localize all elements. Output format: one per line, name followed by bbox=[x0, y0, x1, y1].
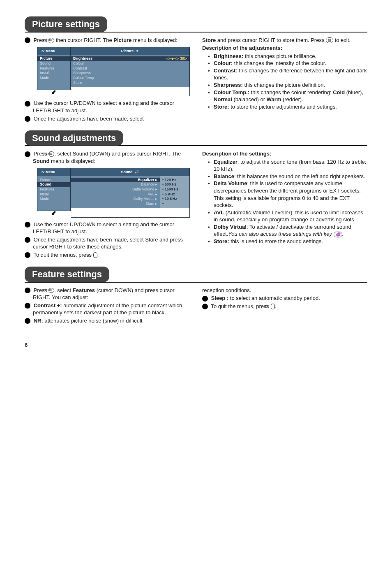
arrow-icon: ⬋ bbox=[51, 209, 71, 218]
text: Use the cursor UP/DOWN to select a setti… bbox=[33, 221, 174, 235]
arrow-icon: ⬋ bbox=[51, 88, 71, 97]
text: Store bbox=[202, 37, 216, 43]
desc-store: Store: this is used to store the sound s… bbox=[214, 238, 367, 245]
surround-key-icon: ♒ bbox=[334, 232, 342, 237]
section-heading-feature: Feature settings bbox=[25, 267, 109, 282]
diag-item: Sound bbox=[37, 182, 70, 187]
text: NR: bbox=[34, 318, 43, 324]
diag-item: Store ▸ bbox=[73, 202, 157, 207]
picture-step1: 1 Press MENU then cursor RIGHT. The Pict… bbox=[25, 37, 190, 44]
step-marker-2: 2 bbox=[25, 101, 30, 107]
step-marker-1: 1 bbox=[25, 288, 30, 293]
diag-item: Mode bbox=[40, 76, 68, 81]
feature-step2: 2 Contrast +: automatic adjustment of th… bbox=[25, 302, 190, 316]
desc-contrast: Contrast: this changes the difference be… bbox=[214, 67, 367, 81]
diag-item: Balance ▸ bbox=[73, 182, 157, 187]
desc-heading: Description of the adjustments: bbox=[202, 45, 282, 51]
diag-item: Features bbox=[40, 66, 68, 71]
picture-diagram: TV Menu Picture Sound Features Install M… bbox=[37, 47, 190, 96]
text: Sleep : bbox=[211, 295, 229, 301]
page-number: 6 bbox=[25, 341, 367, 349]
diag-item: Colour Temp. bbox=[73, 76, 187, 81]
feature-right-top: reception conditions. bbox=[202, 287, 367, 294]
step-marker-5: 5 bbox=[202, 304, 208, 309]
step-marker-1: 1 bbox=[25, 151, 30, 157]
menu-key-icon: MENU bbox=[48, 38, 54, 43]
diag-item: Equalizer ▸ bbox=[71, 178, 160, 183]
picture-step2: 2 Use the cursor UP/DOWN to select a set… bbox=[25, 100, 190, 114]
diag-item: Dolby Virtual ▸ bbox=[73, 197, 157, 202]
sound-step1: 1 Press MENU, select Sound (DOWN) and pr… bbox=[25, 150, 190, 165]
desc-brightness: Brightness: this changes picture brillia… bbox=[214, 53, 367, 60]
desc-equalizer: Equalizer: to adjust the sound tone (fro… bbox=[214, 158, 367, 173]
step-marker-4: 4 bbox=[202, 296, 208, 302]
text: Once the adjustments have been made, sel… bbox=[33, 237, 183, 250]
exit-key-icon: ⊡ bbox=[93, 252, 97, 258]
feature-step1: 1 Press MENU, select Features (cursor DO… bbox=[25, 287, 190, 301]
text: To quit the menus, press bbox=[211, 303, 270, 309]
text: menu is displayed: bbox=[49, 158, 95, 164]
text: To quit the menus, press bbox=[33, 252, 93, 258]
menu-key-icon: MENU bbox=[48, 151, 54, 157]
diag-item: Colour bbox=[73, 61, 187, 66]
diag-item: Contrast bbox=[73, 66, 187, 71]
text: and press cursor RIGHT to store them. Pr… bbox=[216, 37, 326, 43]
diag-right-title: Sound 🔊 bbox=[71, 168, 189, 176]
diag-value: • 1500 Hz bbox=[162, 187, 187, 192]
desc-avl: AVL (Automatic Volume Leveller): this is… bbox=[214, 209, 367, 223]
text: menu is displayed: bbox=[131, 37, 177, 43]
step-marker-3: 3 bbox=[25, 116, 30, 122]
step-marker-1: 1 bbox=[25, 37, 30, 43]
diag-left-title: TV Menu bbox=[37, 168, 70, 176]
menu-key-icon: MENU bbox=[48, 288, 54, 293]
feature-step5: 5 To quit the menus, press ⊡. bbox=[202, 303, 367, 310]
desc-heading: Description of the settings: bbox=[202, 151, 271, 157]
text: to exit. bbox=[333, 37, 350, 43]
diag-item: Store bbox=[73, 81, 187, 86]
diag-item: Install bbox=[40, 192, 68, 197]
picture-step3: 3 Once the adjustments have been made, s… bbox=[25, 115, 190, 123]
desc-colour-temp: Colour Temp.: this changes the colour re… bbox=[214, 89, 367, 103]
diag-item: AVL ▸ bbox=[73, 192, 157, 197]
sound-diagram: TV Menu Picture Sound Features Install M… bbox=[37, 168, 190, 217]
section-heading-picture: Picture settings bbox=[25, 16, 107, 32]
diag-value: • 5 KHz bbox=[162, 192, 187, 197]
text: Features bbox=[73, 287, 95, 293]
text: then cursor RIGHT. The bbox=[54, 37, 113, 43]
feature-step3: 3 NR: attenuates picture noise (snow) in… bbox=[25, 317, 190, 325]
text: Picture bbox=[113, 37, 131, 43]
section-heading-sound: Sound adjustments bbox=[25, 130, 123, 146]
text: , select Sound (DOWN) and press cursor R… bbox=[54, 151, 181, 157]
text: attenuates picture noise (snow) in diffi… bbox=[43, 318, 143, 324]
desc-store: Store: to store the picture adjustments … bbox=[214, 103, 367, 111]
text: to select an automatic standby period. bbox=[228, 295, 320, 301]
feature-step4: 4 Sleep : to select an automatic standby… bbox=[202, 295, 367, 302]
diag-item: Delta Volume ▸ bbox=[73, 187, 157, 192]
diag-value: • 120 Hz bbox=[162, 178, 187, 183]
desc-dolby-virtual: Dolby Virtual: To activate / deactivate … bbox=[214, 223, 367, 238]
desc-delta-volume: Delta Volume: this is used to compensate… bbox=[214, 180, 367, 209]
sound-step2: 2 Use the cursor UP/DOWN to select a set… bbox=[25, 221, 190, 235]
sound-step4: 4 To quit the menus, press ⊡. bbox=[25, 251, 190, 259]
diag-right-title: Picture ✦ bbox=[71, 47, 189, 55]
step-marker-3: 3 bbox=[25, 318, 30, 324]
text: Use the cursor UP/DOWN to select a setti… bbox=[33, 100, 174, 114]
exit-key-icon: ⊡ bbox=[271, 304, 275, 309]
diag-item: Features bbox=[40, 187, 68, 192]
diag-value: • bbox=[162, 202, 187, 207]
diag-item: Brightness◁─▮─▷ 39▷ bbox=[71, 56, 189, 61]
picture-store-text: Store and press cursor RIGHT to store th… bbox=[202, 37, 367, 44]
desc-sharpness: Sharpness: this changes the picture defi… bbox=[214, 81, 367, 89]
step-marker-2: 2 bbox=[25, 303, 30, 309]
text: Sound bbox=[33, 158, 49, 164]
sound-step3: 3 Once the adjustments have been made, s… bbox=[25, 236, 190, 251]
diag-value: • 500 Hz bbox=[162, 182, 187, 187]
text: , select bbox=[54, 287, 73, 293]
diag-item: Picture bbox=[40, 178, 68, 183]
diag-item: Sound bbox=[40, 61, 68, 66]
diag-value: • 10 KHz bbox=[162, 197, 187, 202]
text: Once the adjustments have been made, sel… bbox=[34, 116, 144, 122]
diag-item: Mode bbox=[40, 197, 68, 202]
exit-key-icon: ⊡ bbox=[326, 37, 333, 43]
step-marker-2: 2 bbox=[25, 222, 30, 227]
